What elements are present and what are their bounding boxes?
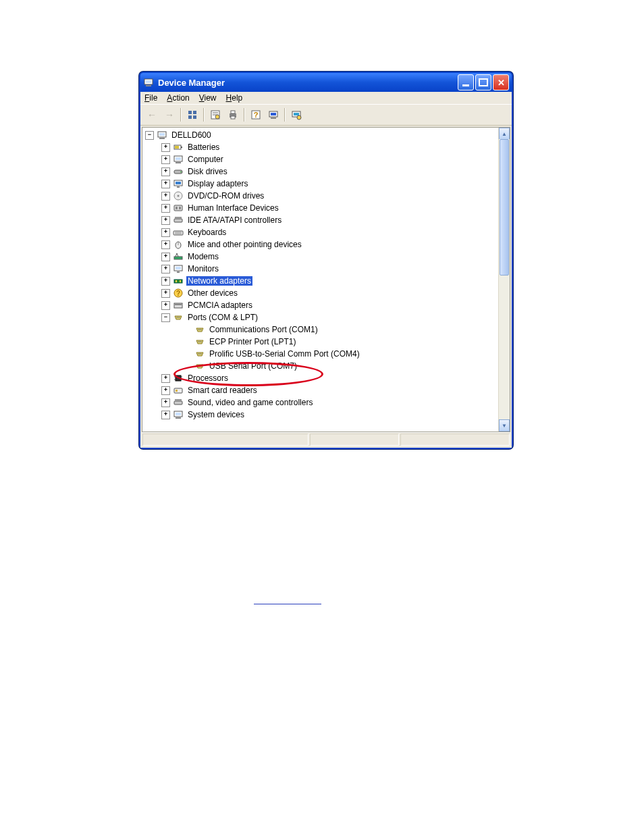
scan-button[interactable]	[265, 107, 281, 122]
tree-node[interactable]: +Processors	[142, 372, 499, 384]
tree-node[interactable]: +Human Interface Devices	[142, 202, 499, 214]
tree-node-label: Network adapters	[186, 276, 252, 286]
menu-view[interactable]: View	[199, 93, 217, 103]
expand-toggle[interactable]: +	[161, 180, 170, 188]
tree-node[interactable]: +Smart card readers	[142, 384, 499, 396]
menu-action[interactable]: Action	[167, 93, 189, 103]
expand-toggle[interactable]: +	[161, 386, 170, 395]
svg-point-59	[176, 317, 177, 317]
menu-file[interactable]: File	[144, 93, 157, 103]
back-button[interactable]: ←	[144, 107, 160, 122]
help-icon: ?	[250, 109, 261, 120]
tree-node[interactable]: ECP Printer Port (LPT1)	[142, 336, 499, 348]
tree-node[interactable]: Communications Port (COM1)	[142, 323, 499, 336]
tree-node[interactable]: +Display adapters	[142, 178, 499, 190]
svg-rect-2	[146, 80, 151, 83]
tree-node[interactable]: +Keyboards	[142, 226, 499, 238]
expand-toggle[interactable]: +	[161, 192, 170, 201]
tree-node[interactable]: USB Serial Port (COM7)	[142, 360, 499, 372]
tree-node[interactable]: +Mice and other pointing devices	[142, 238, 499, 251]
collapse-toggle[interactable]: −	[145, 131, 154, 140]
tree-node-label: Other devices	[186, 288, 239, 298]
tree-node-label: Batteries	[186, 142, 221, 152]
scrollbar-track[interactable]	[499, 139, 510, 420]
tree-node[interactable]: +Sound, video and game controllers	[142, 396, 499, 409]
tree-node[interactable]: +Network adapters	[142, 275, 499, 287]
tree-node[interactable]: +Monitors	[142, 263, 499, 275]
toolbar: ← → ?	[140, 104, 512, 126]
tree-root[interactable]: −DELLD600	[142, 129, 499, 141]
svg-rect-48	[174, 257, 182, 259]
svg-point-68	[198, 353, 198, 354]
separator	[284, 108, 286, 122]
expand-toggle[interactable]: +	[161, 374, 170, 383]
status-pane	[310, 434, 399, 446]
help-button[interactable]: ?	[248, 107, 264, 122]
device-icon	[173, 154, 184, 165]
svg-rect-54	[180, 280, 181, 282]
expand-toggle[interactable]: +	[161, 265, 170, 273]
tree-node[interactable]: +Modems	[142, 251, 499, 263]
titlebar[interactable]: Device Manager ✕	[140, 73, 512, 92]
properties-icon	[210, 109, 221, 120]
svg-rect-50	[176, 267, 181, 269]
tree-node[interactable]: +Computer	[142, 153, 499, 165]
svg-rect-58	[175, 304, 182, 305]
svg-rect-4	[193, 111, 196, 114]
device-icon	[173, 227, 184, 238]
expand-toggle[interactable]: +	[161, 216, 170, 225]
svg-rect-24	[159, 133, 165, 136]
svg-rect-79	[174, 388, 182, 393]
print-button[interactable]	[225, 107, 241, 122]
tree-node[interactable]: +PCMCIA adapters	[142, 299, 499, 311]
extra-button[interactable]	[288, 107, 304, 122]
device-icon	[194, 324, 205, 335]
properties-button[interactable]	[207, 107, 223, 122]
expand-toggle[interactable]: +	[161, 289, 170, 298]
view-button[interactable]	[184, 107, 200, 122]
device-tree[interactable]: −DELLD600+Batteries+Computer+Disk drives…	[142, 128, 499, 432]
tree-node-label: IDE ATA/ATAPI controllers	[186, 215, 283, 225]
svg-rect-81	[174, 401, 182, 405]
close-button[interactable]: ✕	[493, 74, 509, 90]
expand-toggle[interactable]: +	[161, 277, 170, 286]
expand-toggle[interactable]: +	[161, 253, 170, 261]
menu-help[interactable]: Help	[226, 93, 243, 103]
expand-toggle[interactable]: +	[161, 301, 170, 310]
tree-node[interactable]: +DVD/CD-ROM drives	[142, 190, 499, 202]
expand-toggle[interactable]: +	[161, 411, 170, 419]
tree-node[interactable]: +Batteries	[142, 141, 499, 153]
svg-rect-18	[271, 113, 276, 115]
scrollbar-thumb[interactable]	[500, 139, 509, 276]
svg-rect-29	[176, 162, 181, 163]
tree-node-label: ECP Printer Port (LPT1)	[208, 337, 297, 346]
tree-node-label: DVD/CD-ROM drives	[186, 191, 265, 201]
expand-toggle[interactable]: +	[161, 204, 170, 213]
device-icon	[173, 263, 184, 274]
maximize-button[interactable]	[475, 74, 491, 90]
tree-node-label: Smart card readers	[186, 386, 259, 395]
tree-node[interactable]: +?Other devices	[142, 287, 499, 299]
expand-toggle[interactable]: +	[161, 167, 170, 176]
expand-toggle[interactable]: +	[161, 143, 170, 152]
minimize-button[interactable]	[458, 74, 474, 90]
forward-button[interactable]: →	[161, 107, 178, 122]
svg-rect-35	[177, 186, 180, 188]
tree-node[interactable]: Prolific USB-to-Serial Comm Port (COM4)	[142, 348, 499, 360]
svg-point-71	[198, 365, 198, 366]
tree-node[interactable]: +System devices	[142, 409, 499, 421]
collapse-toggle[interactable]: −	[161, 313, 170, 322]
scroll-up-button[interactable]: ▲	[499, 128, 510, 140]
tree-node[interactable]: +IDE ATA/ATAPI controllers	[142, 214, 499, 226]
expand-toggle[interactable]: +	[161, 228, 170, 237]
vertical-scrollbar[interactable]: ▲ ▼	[498, 128, 510, 432]
expand-toggle[interactable]: +	[161, 398, 170, 407]
tree-node[interactable]: +Disk drives	[142, 165, 499, 178]
svg-rect-1	[146, 85, 151, 86]
svg-rect-42	[175, 217, 182, 219]
expand-toggle[interactable]: +	[161, 240, 170, 249]
scroll-down-button[interactable]: ▼	[499, 419, 510, 432]
tree-node[interactable]: −Ports (COM & LPT)	[142, 311, 499, 323]
app-icon	[143, 77, 154, 88]
expand-toggle[interactable]: +	[161, 155, 170, 164]
